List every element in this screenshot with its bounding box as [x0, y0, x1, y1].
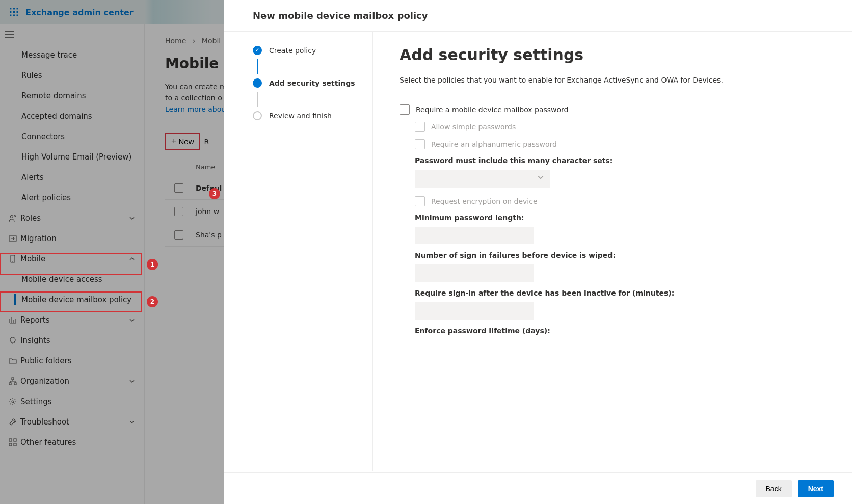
annotation-badge-2: 2 — [147, 296, 158, 307]
input-min-length[interactable] — [415, 227, 534, 244]
wizard-form: Add security settings Select the policie… — [373, 32, 852, 471]
step-connector — [257, 59, 258, 74]
input-failures[interactable] — [415, 264, 534, 282]
label-min-length: Minimum password length: — [415, 214, 826, 222]
checkbox-icon — [415, 139, 425, 149]
wizard-steps: Create policy Add security settings Revi… — [224, 32, 373, 471]
step-review-finish[interactable]: Review and finish — [253, 107, 358, 124]
panel-footer: Back Next — [224, 472, 852, 504]
form-heading: Add security settings — [400, 46, 826, 64]
step-current-icon — [253, 78, 262, 88]
chevron-down-icon — [537, 174, 544, 181]
label-lifetime: Enforce password lifetime (days): — [415, 327, 826, 335]
checkbox-allow-simple: Allow simple passwords — [415, 122, 826, 132]
checkbox-icon — [415, 122, 425, 132]
step-done-icon — [253, 46, 262, 55]
annotation-badge-3: 3 — [209, 188, 220, 199]
checkbox-require-alpha: Require an alphanumeric password — [415, 139, 826, 149]
step-pending-icon — [253, 111, 262, 120]
annotation-box-1 — [0, 253, 142, 275]
label-failures: Number of sign in failures before device… — [415, 251, 826, 259]
label-inactive: Require sign-in after the device has bee… — [415, 289, 826, 297]
annotation-badge-1: 1 — [147, 259, 158, 270]
label-char-sets: Password must include this many characte… — [415, 156, 826, 165]
checkbox-icon — [415, 196, 425, 206]
step-connector — [257, 92, 258, 107]
select-char-sets[interactable] — [415, 170, 550, 188]
panel-title: New mobile device mailbox policy — [253, 10, 823, 21]
next-button[interactable]: Next — [798, 480, 834, 497]
wizard-panel: New mobile device mailbox policy Create … — [224, 0, 852, 504]
annotation-box-2 — [0, 291, 142, 312]
step-add-security[interactable]: Add security settings — [253, 74, 358, 92]
back-button[interactable]: Back — [756, 480, 792, 497]
checkbox-require-password[interactable]: Require a mobile device mailbox password — [400, 104, 826, 115]
checkbox-icon[interactable] — [400, 104, 410, 115]
step-create-policy[interactable]: Create policy — [253, 42, 358, 59]
form-lead: Select the policies that you want to ena… — [400, 76, 826, 84]
checkbox-encrypt: Request encryption on device — [415, 196, 826, 206]
panel-header: New mobile device mailbox policy — [224, 0, 852, 32]
input-inactive[interactable] — [415, 302, 534, 320]
